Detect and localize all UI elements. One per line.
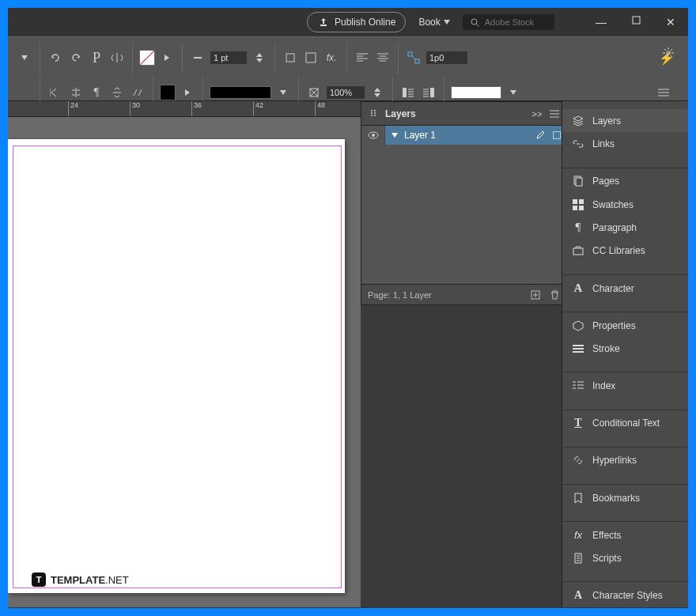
zoom-input[interactable] bbox=[326, 85, 365, 100]
stroke-weight-icon bbox=[189, 49, 206, 66]
rotate-ccw-icon[interactable] bbox=[47, 49, 64, 66]
stepper-icon[interactable] bbox=[251, 49, 268, 66]
panel-tab-layers[interactable]: Layers bbox=[562, 109, 688, 132]
fill-none-swatch[interactable] bbox=[139, 50, 155, 66]
fill-black-swatch[interactable] bbox=[160, 85, 176, 100]
svg-rect-4 bbox=[306, 53, 316, 62]
corner-icon[interactable] bbox=[282, 49, 299, 66]
chevron-down-icon bbox=[444, 20, 450, 25]
ruler-tick: 42 bbox=[253, 101, 263, 116]
paragraph-icon[interactable]: ¶ bbox=[88, 84, 105, 101]
panel-label: Character Styles bbox=[592, 590, 663, 601]
pen-icon[interactable] bbox=[534, 129, 547, 142]
wrap-right-icon[interactable] bbox=[420, 84, 437, 101]
swatch-dropdown-icon[interactable] bbox=[505, 84, 522, 101]
canvas-area[interactable]: T TEMPLATE.NET bbox=[8, 117, 361, 607]
flip-v-icon[interactable] bbox=[108, 84, 126, 101]
panel-tab-conditional-text[interactable]: T Conditional Text bbox=[562, 412, 688, 435]
svg-rect-5 bbox=[408, 52, 412, 56]
frame-icon[interactable] bbox=[302, 49, 320, 66]
ruler-tick: 48 bbox=[315, 101, 325, 116]
wrap-left-icon[interactable] bbox=[399, 84, 417, 101]
frame2-icon[interactable] bbox=[305, 84, 323, 101]
constrain-icon[interactable] bbox=[405, 49, 422, 66]
stroke-weight-input[interactable] bbox=[210, 51, 248, 65]
stock-search-input[interactable] bbox=[485, 17, 548, 27]
panel-menu-icon[interactable] bbox=[548, 108, 561, 120]
rotate-cw-icon[interactable] bbox=[67, 49, 85, 66]
panel-tab-character[interactable]: A Character bbox=[562, 277, 688, 300]
panel-tab-stroke[interactable]: Stroke bbox=[562, 337, 688, 360]
effects-icon: fx bbox=[572, 529, 584, 542]
arrow-collapse-left-icon[interactable] bbox=[47, 84, 64, 101]
svg-point-7 bbox=[667, 51, 670, 55]
new-layer-icon[interactable] bbox=[529, 289, 542, 301]
dropdown-toggle[interactable] bbox=[16, 49, 33, 66]
scripts-icon bbox=[572, 552, 584, 565]
chevron-down-icon[interactable] bbox=[392, 133, 398, 138]
gear-icon[interactable] bbox=[660, 44, 677, 62]
svg-rect-2 bbox=[194, 57, 202, 59]
title-bar: Publish Online Book — ✕ bbox=[8, 8, 688, 36]
layers-panel: Layers >> Layer 1 Page: 1, 1 Layer bbox=[361, 101, 568, 305]
trash-icon[interactable] bbox=[548, 289, 561, 301]
close-button[interactable]: ✕ bbox=[660, 13, 682, 32]
panel-tab-paragraph[interactable]: ¶ Paragraph bbox=[562, 216, 688, 239]
white-swatch-dropdown[interactable] bbox=[451, 86, 501, 99]
right-panel-dock: Layers Links Pages Swatches ¶ Paragraph … bbox=[562, 101, 688, 607]
panel-tab-links[interactable]: Links bbox=[562, 132, 688, 155]
workspace-dropdown[interactable]: Book bbox=[412, 13, 456, 31]
search-icon bbox=[469, 16, 482, 28]
collapse-icon[interactable]: >> bbox=[531, 108, 543, 120]
upload-icon bbox=[317, 16, 330, 28]
panel-tab-swatches[interactable]: Swatches bbox=[562, 193, 688, 216]
arrow-right-icon-2[interactable] bbox=[179, 84, 196, 101]
layers-panel-header[interactable]: Layers >> bbox=[361, 102, 567, 126]
coord-input[interactable] bbox=[426, 51, 468, 65]
panel-tab-hyperlinks[interactable]: Hyperlinks bbox=[562, 449, 688, 472]
stroke-dropdown-icon[interactable] bbox=[274, 84, 292, 101]
fx-icon[interactable]: fx. bbox=[323, 49, 340, 66]
panel-tab-effects[interactable]: fx Effects bbox=[562, 523, 688, 546]
panel-label: Effects bbox=[592, 530, 621, 541]
panel-tab-bookmarks[interactable]: Bookmarks bbox=[562, 486, 688, 509]
visibility-toggle[interactable] bbox=[361, 126, 385, 145]
layer-item[interactable]: Layer 1 bbox=[385, 126, 567, 145]
panel-tab-properties[interactable]: Properties bbox=[562, 314, 688, 337]
ruler-tick: 30 bbox=[130, 101, 140, 116]
layer-color-swatch[interactable] bbox=[553, 131, 561, 139]
zoom-stepper-icon[interactable] bbox=[369, 84, 386, 101]
svg-rect-16 bbox=[573, 199, 577, 204]
drag-handle-icon[interactable] bbox=[368, 108, 380, 120]
index-icon bbox=[572, 380, 584, 392]
align-object-icon[interactable] bbox=[67, 84, 85, 101]
stroke-style-preview[interactable] bbox=[210, 86, 271, 99]
panel-tab-index[interactable]: Index bbox=[562, 374, 688, 397]
svg-rect-10 bbox=[430, 88, 434, 97]
panel-tab-character-styles[interactable]: A Character Styles bbox=[562, 584, 688, 607]
align-center-icon[interactable] bbox=[374, 49, 392, 66]
panel-tab-pages[interactable]: Pages bbox=[562, 170, 688, 193]
publish-online-button[interactable]: Publish Online bbox=[307, 12, 406, 32]
panel-menu-icon[interactable] bbox=[655, 84, 672, 101]
minimize-button[interactable]: — bbox=[589, 13, 613, 32]
conditional-text-icon: T bbox=[572, 417, 584, 429]
flip-h-icon[interactable] bbox=[108, 49, 126, 66]
svg-rect-18 bbox=[573, 206, 577, 210]
panel-tab-cc-libraries[interactable]: CC Libraries bbox=[562, 240, 688, 263]
panel-tab-scripts[interactable]: Scripts bbox=[562, 546, 688, 569]
ruler-tick: 24 bbox=[68, 101, 78, 116]
paragraph-tool-icon[interactable]: P bbox=[88, 49, 105, 66]
stock-search[interactable] bbox=[463, 14, 554, 30]
panel-label: Paragraph bbox=[592, 222, 637, 233]
app-frame: Publish Online Book — ✕ bbox=[8, 8, 688, 608]
bookmark-icon bbox=[572, 492, 584, 505]
panel-label: Stroke bbox=[592, 343, 620, 354]
links-icon bbox=[572, 138, 584, 150]
eye-icon bbox=[368, 131, 379, 139]
control-panel: P fx. ⚡ ¶ bbox=[8, 36, 688, 101]
arrow-right-icon[interactable] bbox=[158, 49, 176, 66]
shear-icon[interactable] bbox=[129, 84, 146, 101]
align-left-icon[interactable] bbox=[354, 49, 371, 66]
maximize-button[interactable] bbox=[626, 13, 647, 32]
